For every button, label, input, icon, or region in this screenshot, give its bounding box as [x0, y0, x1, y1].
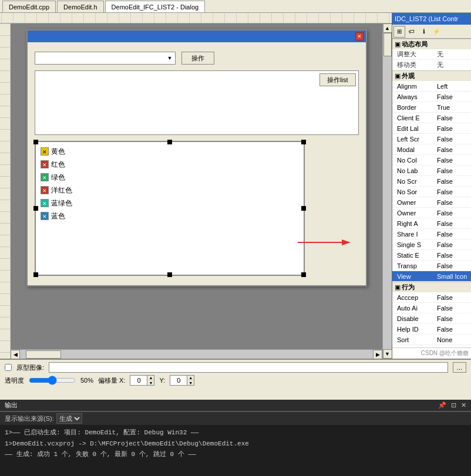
prop-group-header-layout: ▣ 动态布局 — [392, 39, 471, 49]
output-close-icon[interactable]: ✕ — [461, 401, 466, 409]
canvas-area: ✕ ▼ 操作 — [0, 13, 392, 359]
left-ruler — [0, 23, 11, 359]
proto-image-label: 原型图像: — [16, 363, 44, 372]
prop-row[interactable]: Right A False — [392, 218, 471, 229]
tab-bar: DemoEdit.cpp DemoEdit.h DemoEdit_IFC_LIS… — [0, 0, 471, 13]
action-button[interactable]: 操作 — [181, 52, 214, 65]
prop-row[interactable]: Sort None — [392, 335, 471, 345]
list-item: ✕ 洋红色 — [41, 184, 299, 196]
output-line: 1>—— 已启动生成: 项目: DemoEdit, 配置: Debug Win3… — [5, 427, 466, 438]
output-source-select[interactable]: 生成 — [56, 413, 82, 424]
transparency-value: 50% — [80, 377, 93, 384]
offset-x-label: 偏移量 X: — [98, 376, 125, 385]
output-source-row: 显示输出来源(S): 生成 — [0, 411, 471, 425]
offset-x-up-btn[interactable]: ▲ — [147, 376, 154, 380]
prop-row[interactable]: Edit Lal False — [392, 123, 471, 134]
prop-row[interactable]: Client E False — [392, 113, 471, 123]
prop-row[interactable]: No Col False — [392, 155, 471, 166]
right-panel: IDC_LIST2 (List Contr ⊞ 🏷 ℹ ⚡ ▣ 动态布局 调整大… — [392, 13, 471, 359]
offset-y-input[interactable] — [170, 376, 187, 385]
offset-x-down-btn[interactable]: ▼ — [147, 380, 154, 385]
panel-toolbar-lightning-btn[interactable]: ⚡ — [430, 26, 442, 38]
prop-row[interactable]: Border True — [392, 102, 471, 113]
action-list-button[interactable]: 操作list — [319, 73, 355, 86]
offset-y-down-btn[interactable]: ▼ — [187, 380, 194, 385]
tab-dialog[interactable]: DemoEdit_IFC_LIST2 - Dialog — [105, 1, 206, 12]
combo-box[interactable]: ▼ — [35, 52, 176, 65]
prop-row[interactable]: Transp False — [392, 261, 471, 271]
vscroll-up-btn[interactable]: ▲ — [383, 23, 392, 33]
output-line: —— 生成: 成功 1 个, 失败 0 个, 最新 0 个, 跳过 0 个 —— — [5, 449, 466, 460]
svg-marker-1 — [342, 239, 351, 245]
list-item: ✕ 黄色 — [41, 146, 299, 157]
arrow-annotation — [298, 234, 351, 251]
prop-row[interactable]: 移动类 无 — [392, 60, 471, 70]
list-item: ✕ 红色 — [41, 158, 299, 170]
prop-row[interactable]: Owner False — [392, 208, 471, 218]
output-panel: 输出 📌 ⊡ ✕ 显示输出来源(S): 生成 1>—— 已启动生成: 项目: D… — [0, 400, 471, 476]
prop-row[interactable]: No Scr False — [392, 176, 471, 187]
list-item: ✕ 蓝色 — [41, 210, 299, 222]
pin-icon[interactable]: 📌 — [438, 401, 446, 409]
image-browse-input[interactable] — [49, 362, 448, 373]
panel-title: IDC_LIST2 (List Contr — [392, 13, 471, 25]
v-scrollbar[interactable]: ▲ ▼ — [382, 23, 392, 359]
properties-bar: 原型图像: ... 透明度 50% 偏移量 X: ▲ ▼ Y: — [0, 359, 471, 400]
prop-row[interactable]: No Lab False — [392, 166, 471, 176]
list-item: ✕ 绿色 — [41, 171, 299, 183]
prop-row[interactable]: Acccep False — [392, 292, 471, 303]
tab-demoedit-h[interactable]: DemoEdit.h — [57, 1, 103, 12]
prop-value: 无 — [436, 60, 471, 69]
prop-row[interactable]: Auto Ai False — [392, 303, 471, 313]
dialog-titlebar: ✕ — [28, 31, 366, 42]
prop-row[interactable]: Owner False — [392, 197, 471, 208]
output-body: 1>—— 已启动生成: 项目: DemoEdit, 配置: Debug Win3… — [0, 425, 471, 476]
offset-y-up-btn[interactable]: ▲ — [187, 376, 194, 380]
offset-x-input[interactable] — [130, 376, 147, 385]
transparency-slider[interactable] — [29, 377, 76, 384]
panel-toolbar-info-btn[interactable]: ℹ — [418, 26, 430, 38]
output-dock-icon[interactable]: ⊡ — [451, 401, 456, 409]
prop-name: 调整大 — [392, 50, 436, 59]
list-box-1[interactable]: 操作list — [35, 70, 359, 135]
dialog-close-btn[interactable]: ✕ — [355, 32, 364, 40]
prop-row[interactable]: Static E False — [392, 250, 471, 261]
dialog-window: ✕ ▼ 操作 — [26, 29, 367, 286]
prop-name: 移动类 — [392, 60, 436, 69]
output-source-label: 显示输出来源(S): — [5, 414, 54, 423]
panel-content: ▣ 动态布局 调整大 无 移动类 无 ▣ 外观 Alignm — [392, 39, 471, 347]
panel-toolbar-grid-btn[interactable]: ⊞ — [393, 26, 405, 38]
prop-row[interactable]: Left Scr False — [392, 134, 471, 144]
output-header: 输出 📌 ⊡ ✕ — [0, 400, 471, 411]
prop-row[interactable]: 调整大 无 — [392, 49, 471, 60]
prop-row[interactable]: Disable False — [392, 313, 471, 324]
prop-row[interactable]: Modal False — [392, 144, 471, 155]
prop-row[interactable]: Alignm Left — [392, 81, 471, 92]
prop-row[interactable]: Always False — [392, 92, 471, 102]
prop-row-view[interactable]: View Small Icon — [392, 271, 471, 282]
prop-group-header-behavior: ▣ 行为 — [392, 282, 471, 292]
prop-row[interactable]: No Sor False — [392, 187, 471, 197]
hscroll-left-btn[interactable]: ◀ — [11, 350, 20, 359]
prop-row[interactable]: Single S False — [392, 239, 471, 250]
canvas-toolbar — [0, 13, 392, 23]
list-item: ✕ 蓝绿色 — [41, 197, 299, 209]
watermark: CSDN @吃个糖糖 — [392, 347, 471, 359]
transparency-label: 透明度 — [5, 376, 24, 385]
output-title: 输出 — [5, 401, 18, 410]
prop-row[interactable]: Help ID False — [392, 324, 471, 335]
output-line: 1>DemoEdit.vcxproj -> D:\MFCProject\Demo… — [5, 438, 466, 450]
tab-demoedit-cpp[interactable]: DemoEdit.cpp — [2, 1, 56, 12]
proto-image-checkbox[interactable] — [5, 364, 12, 371]
panel-toolbar-tag-btn[interactable]: 🏷 — [406, 26, 418, 38]
image-browse-btn[interactable]: ... — [453, 362, 466, 373]
vscroll-down-btn[interactable]: ▼ — [383, 349, 392, 359]
hscroll-right-btn[interactable]: ▶ — [373, 350, 382, 359]
prop-group-header-appearance: ▣ 外观 — [392, 70, 471, 81]
prop-value: 无 — [436, 50, 471, 59]
list-box-2[interactable]: ✕ 黄色 ✕ 红色 ✕ — [35, 141, 305, 276]
prop-row[interactable]: Share I False — [392, 229, 471, 239]
h-scrollbar[interactable]: ◀ ▶ — [11, 349, 382, 359]
combo-arrow-icon: ▼ — [167, 55, 173, 61]
offset-y-label: Y: — [159, 377, 165, 384]
